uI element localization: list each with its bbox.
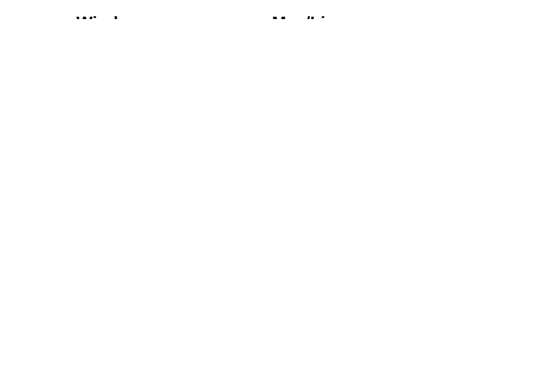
heading-unix: Mac/Linux [272,13,356,19]
heading-windows: Windows [76,13,152,19]
